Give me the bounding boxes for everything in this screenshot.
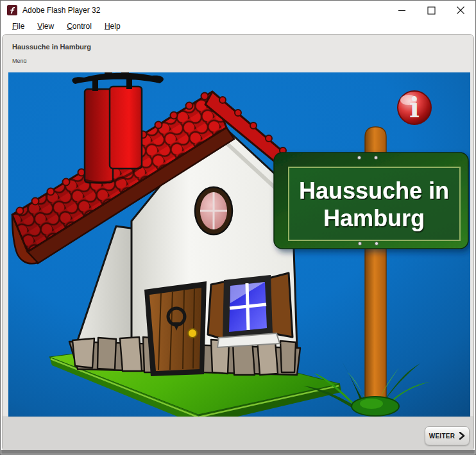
maximize-icon [427,6,436,15]
menu-file[interactable]: File [6,21,31,33]
window-bottom-edge [1,450,475,454]
close-button[interactable] [446,1,475,20]
app-footer: WEITER [3,417,473,452]
close-icon [456,6,465,15]
weiter-button[interactable]: WEITER [425,426,470,445]
menu-control[interactable]: Control [60,21,98,33]
menu-help[interactable]: Help [98,21,127,33]
oval-window [195,187,232,235]
flash-content-panel: Haussuche in Hamburg Menü [2,34,474,452]
flash-player-icon [7,5,17,15]
app-title: Haussuche in Hamburg [12,43,91,51]
minimize-button[interactable] [387,1,416,20]
minimize-icon [398,6,406,15]
title-sign: Haussuche in Hamburg [274,153,468,249]
weiter-label: WEITER [429,433,455,440]
title-bar[interactable]: Adobe Flash Player 32 [1,1,475,20]
app-menu-link[interactable]: Menü [12,58,27,64]
chevron-right-icon [459,432,465,440]
house-illustration: Haussuche in Hamburg i [8,72,470,417]
menu-view[interactable]: View [31,21,60,33]
menu-bar: File View Control Help [1,20,475,34]
front-door [144,281,207,376]
info-button[interactable]: i [398,91,431,124]
illustration-stage: Haussuche in Hamburg i [8,72,470,417]
maximize-button[interactable] [416,1,446,20]
sign-text-line1: Haussuche in [299,178,449,204]
info-letter: i [409,92,420,124]
window-title: Adobe Flash Player 32 [22,6,100,15]
sign-text-line2: Hamburg [323,205,425,231]
caption-buttons [387,1,475,20]
flash-player-window: Adobe Flash Player 32 File View Control … [0,0,476,455]
